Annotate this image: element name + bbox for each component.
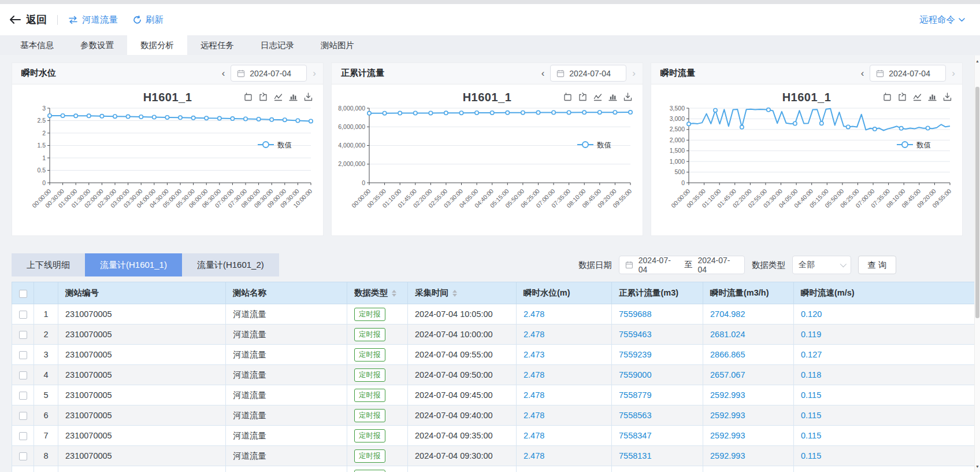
row-checkbox[interactable] [19, 452, 27, 460]
column-header-time[interactable]: 采集时间 [408, 282, 517, 304]
toolbox-datazoom-icon[interactable] [244, 93, 253, 101]
chart-plot[interactable]: 05001,0001,5002,0002,5003,0003,50000:00:… [651, 104, 962, 234]
toolbox-line-chart-icon[interactable] [593, 93, 602, 101]
scroll-up-arrow-icon[interactable]: ▲ [975, 59, 980, 63]
chart-panel-title: 瞬时水位 [21, 68, 56, 79]
svg-text:0: 0 [42, 179, 46, 186]
back-button[interactable]: 返回 [9, 13, 47, 27]
toolbox-datazoom-icon[interactable] [563, 93, 572, 101]
svg-text:4,000,000: 4,000,000 [338, 142, 365, 149]
data-type-badge: 定时报 [354, 409, 385, 422]
row-checkbox[interactable] [19, 432, 27, 440]
row-checkbox[interactable] [19, 311, 27, 319]
data-type-select[interactable]: 全部 [792, 256, 851, 274]
toolbox-download-icon[interactable] [304, 93, 313, 101]
column-header-index [34, 282, 58, 304]
row-checkbox-cell [12, 466, 34, 472]
cell-station-code: 2310070005 [58, 365, 226, 385]
column-header-data_type[interactable]: 数据类型 [347, 282, 408, 304]
cell-flow: 2866.865 [703, 345, 794, 365]
charts-row: 瞬时水位‹2024-07-04›H1601_100.511.522.5300:0… [12, 62, 963, 236]
cell-data-type: 定时报 [347, 446, 408, 466]
svg-text:1,000: 1,000 [670, 158, 685, 165]
tab-station-photos[interactable]: 测站图片 [307, 35, 368, 55]
tab-logs[interactable]: 日志记录 [247, 35, 307, 55]
toolbox-download-icon[interactable] [623, 93, 632, 101]
table-tab-flowmeter-h1601-1[interactable]: 流量计(H1601_1) [85, 253, 182, 276]
scrollbar-thumb[interactable] [975, 87, 979, 318]
svg-text:数值: 数值 [916, 141, 931, 149]
chart-date-picker[interactable]: 2024-07-04 [550, 65, 626, 82]
date-range-end[interactable]: 2024-07-04 [697, 256, 738, 274]
table-row: 定时报 [12, 466, 975, 472]
toolbox-bar-chart-icon[interactable] [928, 93, 937, 101]
toolbox-restore-icon[interactable] [578, 93, 587, 101]
toolbox-line-chart-icon[interactable] [913, 93, 922, 101]
row-checkbox[interactable] [19, 371, 27, 379]
chart-legend[interactable]: 数值 [258, 141, 292, 149]
cell-time: 2024-07-04 09:35:00 [408, 426, 517, 446]
top-strip [0, 0, 980, 4]
prev-day-button[interactable]: ‹ [861, 68, 864, 78]
tab-basic-info[interactable]: 基本信息 [7, 35, 67, 55]
svg-text:1,500: 1,500 [670, 147, 685, 154]
row-checkbox[interactable] [19, 392, 27, 400]
cell-data-type: 定时报 [347, 385, 408, 405]
row-checkbox[interactable] [19, 412, 27, 420]
remote-command-menu[interactable]: 远程命令 [919, 14, 965, 26]
sort-icons[interactable] [392, 290, 396, 297]
chart-date-picker[interactable]: 2024-07-04 [231, 65, 307, 82]
scroll-down-arrow-icon[interactable]: ▼ [975, 464, 980, 469]
next-day-button[interactable]: › [952, 68, 955, 78]
device-link[interactable]: 河道流量 [68, 14, 118, 26]
row-index: 2 [34, 325, 58, 345]
toolbox-line-chart-icon[interactable] [274, 93, 283, 101]
date-filter-label: 数据日期 [578, 260, 612, 271]
toolbox-restore-icon[interactable] [898, 93, 907, 101]
next-day-button[interactable]: › [313, 68, 316, 78]
table-tab-online-detail[interactable]: 上下线明细 [12, 253, 85, 276]
select-chevron-down-icon [840, 261, 847, 267]
cell-cumulative: 7559239 [612, 345, 703, 365]
tab-remote-tasks[interactable]: 远程任务 [187, 35, 247, 55]
cell-velocity: 0.115 [794, 405, 975, 426]
toolbox-download-icon[interactable] [943, 93, 952, 101]
cell-station-code: 2310070005 [58, 345, 226, 365]
toolbox-bar-chart-icon[interactable] [608, 93, 617, 101]
chart-panel-header: 瞬时流量‹2024-07-04› [651, 63, 962, 84]
chart-date-picker[interactable]: 2024-07-04 [870, 65, 946, 82]
chart-legend[interactable]: 数值 [577, 141, 611, 149]
toolbox-restore-icon[interactable] [259, 93, 268, 101]
cell-level: 2.478 [517, 385, 612, 405]
svg-text:3,500: 3,500 [670, 104, 685, 111]
date-range-start[interactable]: 2024-07-04 [639, 256, 680, 274]
toolbox-datazoom-icon[interactable] [883, 93, 892, 101]
chart-plot[interactable]: 02,000,0004,000,0006,000,0008,000,00000:… [332, 104, 643, 234]
back-arrow-icon [9, 16, 21, 24]
tab-param-settings[interactable]: 参数设置 [67, 35, 127, 55]
toolbox-bar-chart-icon[interactable] [289, 93, 298, 101]
refresh-button[interactable]: 刷新 [133, 14, 164, 26]
cell-time: 2024-07-04 09:55:00 [408, 345, 517, 365]
chart-legend[interactable]: 数值 [897, 141, 931, 149]
table-tab-flowmeter-h1601-2[interactable]: 流量计(H1601_2) [182, 253, 279, 276]
cell-level: 2.478 [517, 365, 612, 385]
sort-icons[interactable] [452, 290, 457, 297]
svg-text:2,500: 2,500 [670, 126, 685, 132]
search-button[interactable]: 查 询 [858, 256, 896, 274]
table-row: 72310070005河道流量定时报2024-07-04 09:35:002.4… [12, 426, 975, 446]
prev-day-button[interactable]: ‹ [541, 68, 545, 78]
cell-velocity: 0.127 [794, 345, 975, 365]
prev-day-button[interactable]: ‹ [222, 68, 225, 78]
row-checkbox[interactable] [19, 331, 27, 339]
cell-cumulative [612, 466, 703, 472]
select-all-checkbox[interactable] [19, 290, 27, 298]
calendar-icon [876, 69, 884, 78]
column-header-level: 瞬时水位(m) [517, 282, 612, 304]
vertical-scrollbar[interactable]: ▲ ▼ [974, 56, 980, 472]
date-range-picker[interactable]: 2024-07-04 至 2024-07-04 [619, 256, 745, 274]
tab-data-analysis[interactable]: 数据分析 [127, 35, 187, 55]
row-checkbox[interactable] [19, 351, 27, 359]
chart-plot[interactable]: 00.511.522.5300:00:0000:30:0001:00:0001:… [12, 104, 323, 234]
next-day-button[interactable]: › [632, 68, 636, 78]
